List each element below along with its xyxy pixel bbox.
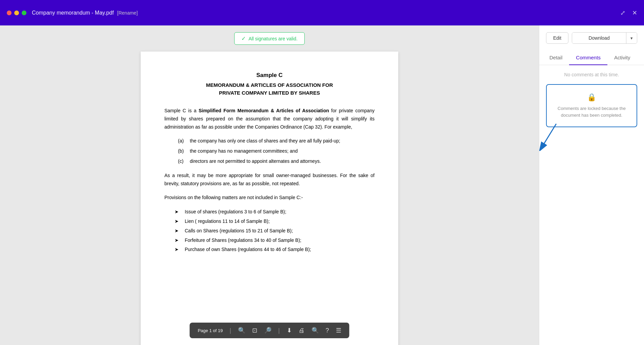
comments-section: No comments at this time. 🔒 Comments are… bbox=[539, 65, 644, 345]
arrow-item-2: ➤Calls on Shares (regulations 15 to 21 o… bbox=[164, 227, 375, 235]
pdf-para1: Sample C is a Simplified Form Memorandum… bbox=[164, 107, 375, 131]
arrow-list: ➤Issue of shares (regulations 3 to 6 of … bbox=[164, 208, 375, 254]
list-item-b: (b) the company has no management commit… bbox=[164, 147, 375, 155]
lock-icon: 🔒 bbox=[554, 93, 630, 102]
zoom-in-icon[interactable]: 🔎 bbox=[264, 327, 271, 334]
zoom-out-icon[interactable]: 🔍 bbox=[238, 327, 245, 334]
arrow-item-0: ➤Issue of shares (regulations 3 to 6 of … bbox=[164, 208, 375, 216]
download-icon[interactable]: ⬇ bbox=[287, 327, 292, 334]
tabs: Detail Comments Activity bbox=[539, 51, 644, 65]
pdf-toolbar: Page 1 of 19 | 🔍 ⊡ 🔎 | ⬇ 🖨 🔍 ? ☰ bbox=[189, 323, 349, 338]
pdf-para2: As a result, it may be more appropriate … bbox=[164, 172, 375, 188]
pdf-body: Sample C is a Simplified Form Memorandum… bbox=[164, 107, 375, 254]
pdf-area[interactable]: ✓ All signatures are valid. Sample C MEM… bbox=[0, 25, 539, 345]
maximize-button[interactable] bbox=[22, 11, 26, 15]
download-dropdown-arrow[interactable]: ▾ bbox=[626, 33, 637, 43]
list-item-a: (a) the company has only one class of sh… bbox=[164, 137, 375, 145]
download-button[interactable]: Download bbox=[572, 33, 626, 43]
svg-line-1 bbox=[543, 124, 556, 146]
menu-icon[interactable]: ☰ bbox=[336, 327, 341, 334]
signature-banner: ✓ All signatures are valid. bbox=[234, 32, 305, 45]
pdf-para3: Provisions on the following matters are … bbox=[164, 194, 375, 202]
fit-icon[interactable]: ⊡ bbox=[252, 327, 257, 334]
titlebar: Company memorandum - May.pdf [Rename] ⤢ … bbox=[0, 0, 644, 25]
document-title: Company memorandum - May.pdf bbox=[32, 10, 114, 16]
main-layout: ✓ All signatures are valid. Sample C MEM… bbox=[0, 25, 644, 345]
arrow-item-4: ➤Purchase of own Shares (regulations 44 … bbox=[164, 246, 375, 254]
help-icon[interactable]: ? bbox=[326, 327, 329, 334]
tab-activity[interactable]: Activity bbox=[607, 51, 637, 65]
page-indicator: Page 1 of 19 bbox=[198, 328, 223, 333]
locked-text: Comments are locked because the document… bbox=[554, 105, 630, 118]
close-icon[interactable]: ✕ bbox=[632, 9, 637, 17]
arrow-item-3: ➤Forfeiture of Shares (regulations 34 to… bbox=[164, 236, 375, 245]
close-button[interactable] bbox=[7, 11, 12, 15]
tab-comments[interactable]: Comments bbox=[569, 51, 607, 65]
pdf-document: Sample C MEMORANDUM & ARTICLES OF ASSOCI… bbox=[141, 52, 398, 345]
edit-button[interactable]: Edit bbox=[546, 32, 568, 44]
pdf-subtitle: MEMORANDUM & ARTICLES OF ASSOCIATION FOR… bbox=[164, 81, 375, 97]
action-row: Edit Download ▾ bbox=[539, 32, 644, 51]
tab-detail[interactable]: Detail bbox=[543, 51, 569, 65]
no-comments-text: No comments at this time. bbox=[546, 72, 637, 77]
window-controls bbox=[7, 11, 26, 15]
signature-status-text: All signatures are valid. bbox=[248, 36, 298, 41]
locked-container: 🔒 Comments are locked because the docume… bbox=[546, 84, 637, 127]
download-group: Download ▾ bbox=[572, 32, 637, 44]
expand-icon[interactable]: ⤢ bbox=[620, 9, 625, 17]
arrow-item-1: ➤Lien ( regulations 11 to 14 of Sample B… bbox=[164, 217, 375, 226]
list-item-c: (c) directors are not permitted to appoi… bbox=[164, 157, 375, 166]
check-icon: ✓ bbox=[241, 35, 246, 42]
pdf-sample-title: Sample C bbox=[164, 72, 375, 79]
search-icon[interactable]: 🔍 bbox=[311, 327, 319, 334]
minimize-button[interactable] bbox=[14, 11, 19, 15]
arrow-annotation bbox=[539, 120, 563, 151]
right-panel: Edit Download ▾ Detail Comments Activity… bbox=[539, 25, 644, 345]
titlebar-actions: ⤢ ✕ bbox=[620, 9, 637, 17]
print-icon[interactable]: 🖨 bbox=[299, 327, 305, 334]
rename-button[interactable]: [Rename] bbox=[117, 10, 138, 16]
